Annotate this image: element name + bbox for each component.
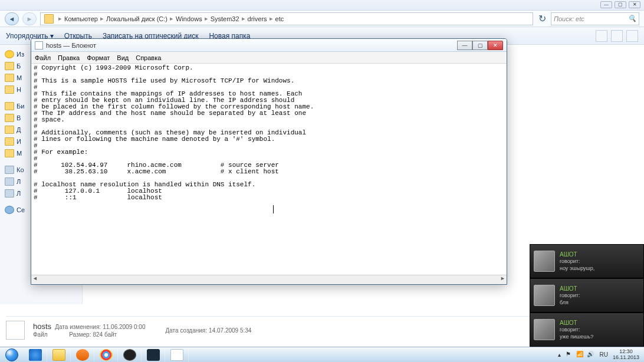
folder-icon <box>5 114 14 122</box>
folder-icon <box>5 126 14 134</box>
notepad-scrollbar[interactable] <box>31 275 507 284</box>
desktop: — ▢ ✕ ◄ ► ▸ Компьютер▸ Локальный диск (C… <box>0 0 644 362</box>
tray-icon[interactable]: ⚑ <box>566 351 574 359</box>
notepad-textarea[interactable]: # Copyright (c) 1993-2009 Microsoft Corp… <box>31 64 507 275</box>
folder-icon <box>5 74 14 82</box>
bc-seg[interactable]: Локальный диск (C:) <box>106 15 167 22</box>
menu-edit[interactable]: Правка <box>58 54 80 61</box>
chrome-icon <box>100 349 113 361</box>
help-button[interactable] <box>626 30 638 42</box>
notepad-title: hosts — Блокнот <box>46 42 96 49</box>
notepad-maximize-button[interactable]: ▢ <box>472 41 488 50</box>
taskbar-wmp[interactable] <box>71 348 94 362</box>
status-file-name: hosts <box>33 322 51 331</box>
folder-icon <box>5 137 14 146</box>
refresh-button[interactable]: ↻ <box>537 13 547 24</box>
breadcrumb[interactable]: ▸ Компьютер▸ Локальный диск (C:)▸ Window… <box>40 12 533 25</box>
folder-icon <box>44 14 54 24</box>
taskbar-chrome[interactable] <box>94 348 118 362</box>
search-icon: 🔍 <box>628 15 636 23</box>
explorer-minimize-button[interactable]: — <box>600 1 612 8</box>
taskbar-app[interactable] <box>165 348 189 362</box>
explorer-maximize-button[interactable]: ▢ <box>615 1 626 8</box>
start-button[interactable] <box>0 347 24 363</box>
taskbar-ie[interactable] <box>24 348 47 362</box>
bc-seg[interactable]: System32 <box>211 15 239 22</box>
tray-chevron-icon[interactable]: ▴ <box>558 351 561 358</box>
notepad-window: hosts — Блокнот — ▢ ✕ Файл Правка Формат… <box>31 38 507 285</box>
star-icon <box>5 50 14 58</box>
explorer-titlebar[interactable]: — ▢ ✕ <box>0 0 644 11</box>
menu-file[interactable]: Файл <box>35 54 51 61</box>
computer-icon <box>5 166 14 174</box>
chat-notification[interactable]: АШОТ говорит: уже пишешь? <box>530 312 644 347</box>
file-icon <box>6 321 25 340</box>
text-cursor <box>273 205 274 213</box>
avatar <box>534 285 555 306</box>
notepad-titlebar[interactable]: hosts — Блокнот — ▢ ✕ <box>31 39 507 52</box>
menu-help[interactable]: Справка <box>136 54 161 61</box>
bc-seg[interactable]: etc <box>275 15 284 22</box>
windows-icon <box>5 348 18 361</box>
drive-icon <box>5 189 14 198</box>
steam-icon <box>147 349 160 361</box>
chat-notification[interactable]: АШОТ говорит: ноу эшырушр, <box>530 244 644 278</box>
avatar <box>534 319 555 340</box>
notepad-close-button[interactable]: ✕ <box>488 41 503 50</box>
back-button[interactable]: ◄ <box>5 12 19 25</box>
bc-seg[interactable]: Компьютер <box>64 15 98 22</box>
notification-stack: АШОТ говорит: ноу эшырушр, АШОТ говорит:… <box>530 244 644 347</box>
notepad-icon <box>35 41 43 50</box>
view-button[interactable] <box>596 30 607 42</box>
clock[interactable]: 12:30 16.11.2013 <box>613 349 639 361</box>
drive-icon <box>5 177 14 186</box>
folder-icon <box>5 85 14 94</box>
notepad-menubar: Файл Правка Формат Вид Справка <box>31 52 507 64</box>
language-indicator[interactable]: RU <box>600 351 608 358</box>
preview-button[interactable] <box>611 30 623 42</box>
folder-icon <box>52 349 65 361</box>
menu-view[interactable]: Вид <box>117 54 129 61</box>
menu-format[interactable]: Формат <box>87 54 110 61</box>
folder-icon <box>5 149 14 157</box>
taskbar: ▴ ⚑ 📶 🔊 RU 12:30 16.11.2013 <box>0 347 644 362</box>
app-icon <box>170 349 183 361</box>
search-input[interactable]: Поиск: etc 🔍 <box>551 12 639 25</box>
obs-icon <box>123 349 136 361</box>
forward-button[interactable]: ► <box>22 12 37 25</box>
taskbar-obs[interactable] <box>118 348 142 362</box>
notepad-minimize-button[interactable]: — <box>457 41 472 50</box>
chat-notification[interactable]: АШОТ говорит: бля <box>530 278 644 312</box>
bc-seg[interactable]: drivers <box>248 15 267 22</box>
tray-volume-icon[interactable]: 🔊 <box>587 351 595 359</box>
library-icon <box>5 102 14 110</box>
explorer-close-button[interactable]: ✕ <box>629 1 640 8</box>
system-tray: ▴ ⚑ 📶 🔊 RU 12:30 16.11.2013 <box>553 349 645 361</box>
taskbar-explorer[interactable] <box>47 348 71 362</box>
network-icon <box>5 206 14 214</box>
wmp-icon <box>76 349 89 361</box>
taskbar-steam[interactable] <box>142 348 165 362</box>
folder-icon <box>5 62 14 70</box>
ie-icon <box>29 349 42 361</box>
bc-seg[interactable]: Windows <box>176 15 202 22</box>
tray-network-icon[interactable]: 📶 <box>576 351 584 359</box>
avatar <box>534 251 555 272</box>
explorer-navbar: ◄ ► ▸ Компьютер▸ Локальный диск (C:)▸ Wi… <box>0 11 644 27</box>
